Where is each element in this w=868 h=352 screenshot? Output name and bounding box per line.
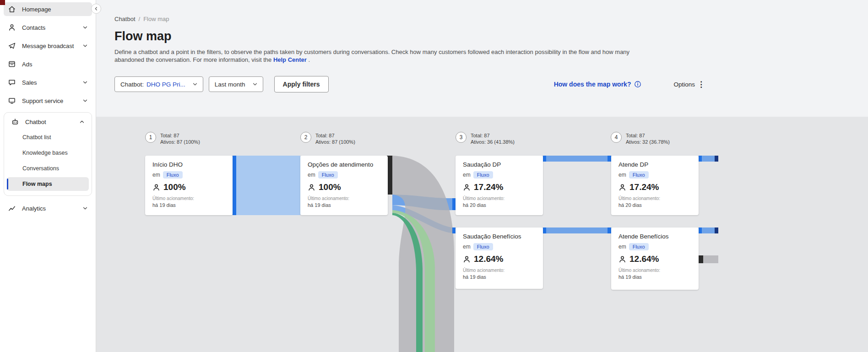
breadcrumb: Chatbot / Flow map (114, 16, 705, 22)
map-help-label: How does the map work? (554, 81, 631, 88)
node-em-label: em (152, 172, 160, 178)
column-total: Total: 87 (626, 132, 670, 139)
sidebar-item-analytics[interactable]: Analytics (4, 201, 92, 215)
help-center-link[interactable]: Help Center (273, 56, 307, 63)
options-button[interactable]: Options ⋮ (673, 81, 705, 88)
sales-icon (7, 78, 16, 87)
flow-node-inicio-dho[interactable]: Início DHO emFluxo 100% Último acionamen… (145, 156, 233, 215)
analytics-icon (7, 204, 16, 213)
node-last-label: Último acionamento: (152, 196, 225, 201)
flow-badge: Fluxo (473, 171, 493, 179)
kebab-icon: ⋮ (697, 81, 705, 88)
app-window: Homepage Contacts Message broadcast Ads (0, 0, 868, 352)
column-header-4: 4 Total: 87 Ativos: 32 (36.78%) (611, 132, 670, 145)
chatbot-select-label: Chatbot: (120, 81, 144, 88)
sidebar-item-chatbot-list[interactable]: Chatbot list (7, 130, 89, 144)
column-total: Total: 87 (160, 132, 200, 139)
node-em-label: em (463, 172, 471, 178)
node-title: Saudação Benefícios (463, 233, 536, 240)
flow-badge: Fluxo (473, 243, 493, 250)
node-title: Atende Benefícios (618, 233, 691, 240)
sidebar-item-label: Message broadcast (22, 43, 82, 49)
chevron-down-icon (82, 205, 88, 211)
sidebar: Homepage Contacts Message broadcast Ads (0, 0, 96, 352)
node-title: Início DHO (152, 161, 225, 168)
node-em-label: em (618, 172, 626, 178)
sidebar-item-label: Homepage (22, 6, 88, 13)
support-icon (7, 96, 16, 105)
flow-node-atende-dp[interactable]: Atende DP emFluxo 17.24% Último acioname… (611, 156, 699, 215)
user-icon (618, 255, 626, 263)
breadcrumb-chatbot[interactable]: Chatbot (114, 16, 136, 22)
sidebar-item-contacts[interactable]: Contacts (4, 21, 92, 34)
period-select[interactable]: Last month (209, 76, 263, 92)
chevron-down-icon (252, 81, 258, 87)
node-em-label: em (308, 172, 315, 178)
chevron-down-icon (82, 97, 88, 104)
sidebar-collapse-button[interactable] (91, 4, 101, 14)
page-header: Chatbot / Flow map Flow map Define a cha… (96, 0, 705, 92)
flow-node-saudacao-beneficios[interactable]: Saudação Benefícios emFluxo 12.64% Últim… (456, 227, 543, 289)
node-percent: 100% (163, 182, 186, 192)
breadcrumb-separator: / (139, 16, 141, 22)
sidebar-item-label: Sales (22, 79, 82, 86)
node-title: Opções de atendimento (308, 161, 380, 168)
chatbot-icon (11, 117, 20, 126)
sidebar-item-flow-maps[interactable]: Flow maps (7, 177, 89, 191)
node-percent: 17.24% (629, 182, 659, 192)
flow-map-canvas[interactable]: 1 Total: 87 Ativos: 87 (100%) 2 Total: 8… (96, 117, 868, 352)
node-em-label: em (618, 244, 626, 250)
period-select-value: Last month (215, 81, 245, 88)
flow-node-atende-beneficios[interactable]: Atende Benefícios emFluxo 12.64% Último … (611, 227, 699, 290)
node-last-label: Último acionamento: (308, 196, 380, 201)
column-actives: Ativos: 36 (41.38%) (471, 139, 515, 145)
node-title: Saudação DP (463, 161, 536, 168)
node-last-label: Último acionamento: (463, 268, 536, 273)
column-total: Total: 87 (471, 132, 515, 139)
node-last-label: Último acionamento: (463, 196, 536, 201)
chatbot-select-value: DHO PG Pri... (146, 81, 185, 88)
column-actives: Ativos: 87 (100%) (315, 139, 355, 145)
sidebar-item-message-broadcast[interactable]: Message broadcast (4, 39, 92, 53)
node-percent: 12.64% (629, 254, 659, 264)
chevron-down-icon (82, 79, 88, 86)
node-percent: 17.24% (474, 182, 503, 192)
sidebar-item-sales[interactable]: Sales (4, 76, 92, 89)
page-title: Flow map (114, 29, 705, 43)
node-last-value: há 19 dias (618, 274, 691, 280)
node-last-value: há 19 dias (463, 274, 536, 280)
ads-icon (7, 60, 16, 69)
sidebar-item-label: Chatbot (25, 119, 79, 125)
sidebar-chatbot-group: Chatbot Chatbot list Knowledge bases Con… (4, 112, 92, 196)
chevron-up-icon (79, 119, 85, 125)
map-help-link[interactable]: How does the map work? (554, 81, 642, 88)
sidebar-item-knowledge-bases[interactable]: Knowledge bases (7, 146, 89, 160)
apply-filters-button[interactable]: Apply filters (274, 76, 329, 92)
sidebar-item-support-service[interactable]: Support service (4, 94, 92, 108)
chevron-down-icon (192, 81, 198, 87)
info-icon (634, 81, 641, 88)
column-header-3: 3 Total: 87 Ativos: 36 (41.38%) (456, 132, 515, 145)
node-percent: 12.64% (474, 254, 503, 264)
flow-node-saudacao-dp[interactable]: Saudação DP emFluxo 17.24% Último aciona… (456, 156, 543, 215)
chevron-down-icon (82, 43, 88, 49)
sidebar-item-chatbot[interactable]: Chatbot (7, 115, 89, 129)
flow-badge: Fluxo (629, 243, 649, 250)
sidebar-item-label: Support service (22, 97, 82, 104)
node-last-value: há 19 dias (152, 202, 225, 208)
options-label: Options (673, 81, 695, 88)
sidebar-item-ads[interactable]: Ads (4, 57, 92, 71)
chevron-left-icon (93, 6, 99, 11)
flow-node-opcoes-atendimento[interactable]: Opções de atendimento emFluxo 100% Últim… (300, 156, 388, 215)
flow-badge: Fluxo (318, 171, 338, 179)
column-number-badge: 2 (300, 132, 311, 143)
node-last-label: Último acionamento: (618, 268, 691, 273)
column-total: Total: 87 (315, 132, 355, 139)
sidebar-item-homepage[interactable]: Homepage (4, 2, 92, 16)
column-number-badge: 4 (611, 132, 622, 143)
broadcast-icon (7, 41, 16, 50)
chatbot-select[interactable]: Chatbot: DHO PG Pri... (114, 76, 203, 92)
column-number-badge: 3 (456, 132, 467, 143)
column-header-2: 2 Total: 87 Ativos: 87 (100%) (300, 132, 355, 145)
sidebar-item-conversations[interactable]: Conversations (7, 162, 89, 175)
